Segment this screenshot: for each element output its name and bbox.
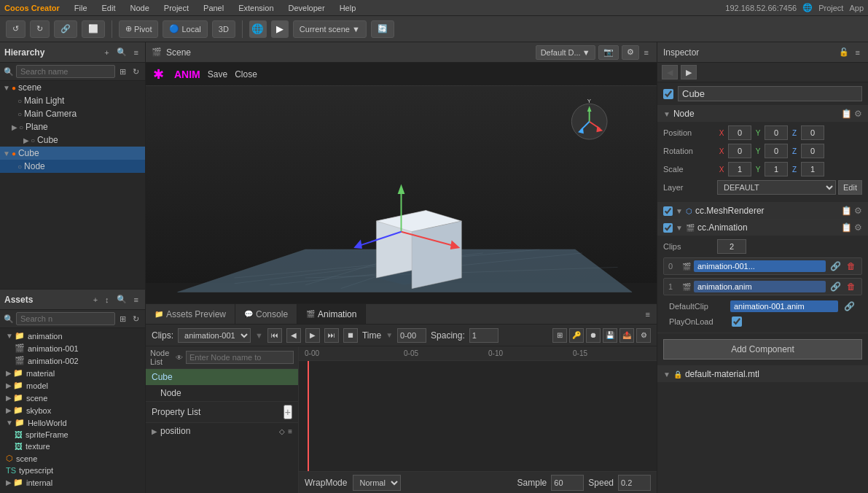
menu-help[interactable]: Help (337, 2, 359, 14)
default-clip-link-btn[interactable]: 🔗 (842, 301, 856, 311)
play-on-load-checkbox[interactable] (732, 317, 742, 327)
hierarchy-search-btn[interactable]: 🔍 (114, 47, 129, 58)
add-component-button[interactable]: Add Component (663, 339, 862, 360)
anim-settings-btn[interactable]: ⚙ (636, 328, 651, 343)
app-btn[interactable]: App (849, 4, 864, 12)
sample-input[interactable] (551, 475, 584, 491)
scene-select[interactable]: Current scene ▼ (293, 20, 367, 38)
anim-export-btn[interactable]: 📤 (619, 328, 634, 343)
anim-first-btn[interactable]: ⏮ (267, 328, 282, 343)
scale-y-input[interactable] (765, 162, 788, 176)
meshrenderer-header[interactable]: ▼ ⬡ cc.MeshRenderer 📋 ⚙ (657, 203, 868, 219)
animation-copy-btn[interactable]: 📋 (841, 222, 852, 233)
anim-stop-btn[interactable]: ⏹ (343, 328, 358, 343)
inspector-back-btn[interactable]: ◀ (662, 65, 678, 79)
anim-play-btn[interactable]: ▶ (305, 328, 320, 343)
menu-file[interactable]: File (71, 2, 90, 14)
clip-select[interactable]: animation-001 (178, 328, 251, 343)
scale-z-input[interactable] (801, 162, 824, 176)
asset-anim002[interactable]: 🎬 animation-002 (0, 354, 145, 367)
spacing-input[interactable] (469, 328, 498, 343)
asset-texture[interactable]: 🖼 texture (0, 440, 145, 452)
hier-scene[interactable]: ▼ ● scene (0, 81, 145, 94)
menu-extension[interactable]: Extension (235, 2, 276, 14)
clips-count-input[interactable] (717, 239, 746, 254)
prop-add-btn[interactable]: + (284, 405, 292, 419)
animation-comp-header[interactable]: ▼ 🎬 cc.Animation 📋 ⚙ (657, 220, 868, 236)
rot-z-input[interactable] (801, 144, 824, 158)
hier-mainlight[interactable]: ○ Main Light (0, 94, 145, 107)
anim-node-cube[interactable]: Cube (146, 369, 298, 385)
hier-node[interactable]: ○ Node (0, 160, 145, 173)
undo-btn[interactable]: ↺ (6, 20, 26, 38)
menu-developer[interactable]: Developer (286, 2, 328, 14)
hier-cube[interactable]: ▼ ● Cube (0, 147, 145, 160)
obj-checkbox[interactable] (663, 89, 673, 99)
bottom-more-btn[interactable]: ≡ (644, 309, 652, 319)
play-scene-btn[interactable]: ▶ (271, 20, 289, 38)
asset-skybox-folder[interactable]: ▶ 📁 skybox (0, 404, 145, 416)
pos-x-input[interactable] (728, 125, 751, 140)
asset-animation-folder[interactable]: ▼ 📁 animation (0, 330, 145, 342)
asset-anim001[interactable]: 🎬 animation-001 (0, 342, 145, 354)
speed-input[interactable] (618, 475, 651, 491)
asset-scene-file[interactable]: ⬡ scene (0, 452, 145, 465)
hier-plane-cube[interactable]: ▶ ○ Cube (0, 133, 145, 147)
hierarchy-refresh-btn[interactable]: ↻ (130, 66, 141, 77)
animation-checkbox[interactable] (663, 223, 673, 233)
clip-1-link-btn[interactable]: 🔗 (829, 282, 842, 292)
default-clip-input[interactable] (730, 300, 838, 312)
rot-x-input[interactable] (728, 144, 751, 158)
anim-node-node[interactable]: Node (146, 385, 298, 401)
anim-next-btn[interactable]: ⏭ (324, 328, 339, 343)
asset-internal-folder[interactable]: ▶ 📁 internal (0, 476, 145, 489)
assets-search-input[interactable] (16, 312, 115, 325)
asset-scene-folder[interactable]: ▶ 📁 scene (0, 392, 145, 404)
3d-btn[interactable]: 3D (212, 20, 235, 38)
asset-spriteframe[interactable]: 🖼 spriteFrame (0, 429, 145, 440)
clip-0-link-btn[interactable]: 🔗 (829, 261, 842, 271)
layer-edit-btn[interactable]: Edit (838, 180, 862, 195)
obj-name-input[interactable] (678, 86, 862, 101)
node-comp-header[interactable]: ▼ Node 📋 ⚙ (657, 106, 868, 122)
menu-panel[interactable]: Panel (200, 2, 227, 14)
menu-node[interactable]: Node (128, 2, 152, 14)
hierarchy-search-input[interactable] (16, 65, 115, 78)
scene-view[interactable]: ✱ ANIM Save Close (146, 63, 657, 303)
menu-project[interactable]: Project (161, 2, 192, 14)
scene-more-btn[interactable]: ≡ (642, 47, 651, 58)
inspector-forward-btn[interactable]: ▶ (681, 65, 697, 79)
scene-settings-btn[interactable]: ⚙ (622, 45, 639, 60)
asset-typescript[interactable]: TS typescript (0, 465, 145, 476)
meshrenderer-settings-btn[interactable]: ⚙ (854, 206, 862, 216)
clip-1-del-btn[interactable]: 🗑 (845, 282, 857, 292)
anim-key-btn[interactable]: 🔑 (569, 328, 584, 343)
anim-close-btn[interactable]: Close (235, 69, 257, 79)
asset-model-folder[interactable]: ▶ 📁 model (0, 379, 145, 392)
redo-btn[interactable]: ↻ (30, 20, 50, 38)
asset-helloworld-folder[interactable]: ▼ 📁 HelloWorld (0, 416, 145, 429)
anim-prev-btn[interactable]: ◀ (286, 328, 301, 343)
layer-select[interactable]: DEFAULT (717, 180, 836, 195)
inspector-more-btn[interactable]: ≡ (853, 47, 862, 58)
prop-list-icon[interactable]: ≡ (288, 427, 292, 435)
pivot-btn[interactable]: ⊕ Pivot (119, 20, 158, 38)
anim-record-btn[interactable]: ⏺ (586, 328, 601, 343)
scene-camera-btn[interactable]: 📷 (598, 45, 619, 60)
tab-assets-preview[interactable]: 📁 Assets Preview (146, 304, 235, 324)
assets-sort-btn[interactable]: ↕ (103, 295, 112, 305)
hierarchy-filter-btn[interactable]: ⊞ (117, 66, 128, 77)
time-input[interactable] (397, 328, 426, 343)
assets-more-btn[interactable]: ≡ (132, 295, 141, 305)
clip-0-name[interactable] (694, 260, 826, 272)
hierarchy-more-btn[interactable]: ≡ (132, 47, 141, 58)
anim-save-btn[interactable]: Save (208, 69, 227, 79)
prop-diamond-icon[interactable]: ◇ (279, 427, 285, 435)
hierarchy-add-btn[interactable]: + (102, 47, 111, 58)
network-icon[interactable]: 🌐 (802, 3, 813, 12)
tab-console[interactable]: 💬 Console (235, 304, 297, 324)
node-copy-btn[interactable]: 📋 (841, 109, 852, 119)
inspector-lock-btn[interactable]: 🔓 (837, 47, 851, 58)
assets-search-btn[interactable]: 🔍 (114, 294, 129, 305)
anim-save-btn2[interactable]: 💾 (603, 328, 617, 343)
